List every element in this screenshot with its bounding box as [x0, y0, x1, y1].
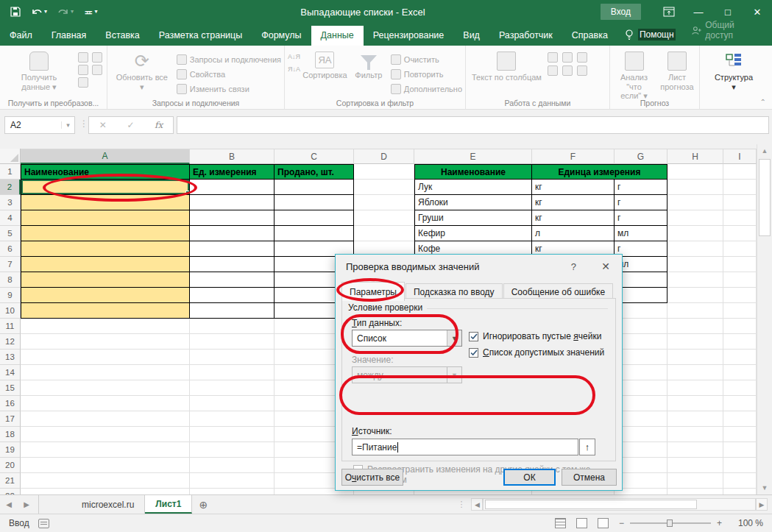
cell-B16[interactable]: [190, 396, 275, 411]
cell-A22[interactable]: [21, 489, 190, 494]
undo-caret-icon[interactable]: ▾: [44, 9, 47, 15]
cell-I14[interactable]: [723, 365, 757, 380]
horizontal-scroll-thumb[interactable]: [485, 500, 697, 509]
tab-help[interactable]: Справка: [562, 26, 617, 46]
cell-B11[interactable]: [190, 319, 275, 334]
cell-B9[interactable]: [190, 288, 275, 303]
save-icon[interactable]: [10, 7, 21, 17]
cell-I4[interactable]: [723, 210, 757, 226]
recent-sources-icon[interactable]: [92, 52, 102, 63]
cell-H9[interactable]: [667, 288, 723, 303]
cell-G2[interactable]: г: [615, 180, 667, 195]
scrollbar-resize-grip[interactable]: ⋮: [457, 495, 465, 514]
tab-home[interactable]: Главная: [42, 26, 96, 46]
sort-desc-icon[interactable]: Я↓А: [288, 66, 300, 73]
cell-B12[interactable]: [190, 334, 275, 350]
cell-B13[interactable]: [190, 350, 275, 365]
cell-A19[interactable]: [21, 442, 190, 458]
cell-F3[interactable]: кг: [532, 195, 615, 210]
cell-H5[interactable]: [667, 226, 723, 241]
scroll-down-icon[interactable]: ▼: [757, 481, 772, 494]
cell-G4[interactable]: г: [615, 210, 667, 226]
cell-I5[interactable]: [723, 226, 757, 241]
name-box[interactable]: A2 ▾: [4, 116, 75, 134]
cell-I10[interactable]: [723, 303, 757, 319]
what-if-button[interactable]: Анализ "что если" ▾: [613, 49, 655, 103]
horizontal-scrollbar[interactable]: ◀ ▶: [471, 498, 768, 511]
cell-I7[interactable]: [723, 257, 757, 272]
tab-page-layout[interactable]: Разметка страницы: [149, 26, 252, 46]
cell-I2[interactable]: [723, 180, 757, 195]
cell-A12[interactable]: [21, 334, 190, 350]
cell-B7[interactable]: [190, 257, 275, 272]
cell-A7[interactable]: [21, 257, 190, 272]
tab-review[interactable]: Рецензирование: [364, 26, 454, 46]
cell-H12[interactable]: [667, 334, 723, 350]
insert-function-icon[interactable]: fx: [155, 120, 163, 130]
from-table-icon[interactable]: [78, 77, 88, 88]
cell-E5[interactable]: Кефир: [414, 226, 532, 241]
page-break-view-icon[interactable]: [598, 518, 609, 528]
cell-H17[interactable]: [667, 411, 723, 427]
column-header-A[interactable]: A: [21, 149, 190, 164]
cell-A17[interactable]: [21, 411, 190, 427]
cell-F2[interactable]: кг: [532, 180, 615, 195]
cell-I1[interactable]: [723, 164, 757, 180]
cell-H4[interactable]: [667, 210, 723, 226]
from-text-icon[interactable]: [78, 52, 88, 63]
cell-G3[interactable]: г: [615, 195, 667, 210]
cell-B22[interactable]: [190, 489, 275, 494]
cell-I9[interactable]: [723, 288, 757, 303]
cell-B6[interactable]: [190, 241, 275, 257]
cell-B19[interactable]: [190, 442, 275, 458]
cell-I11[interactable]: [723, 319, 757, 334]
row-header-3[interactable]: 3: [0, 195, 21, 210]
cell-F1[interactable]: Единца измерения: [532, 164, 667, 180]
column-header-C[interactable]: C: [275, 149, 354, 164]
row-header-6[interactable]: 6: [0, 241, 21, 257]
row-header-5[interactable]: 5: [0, 226, 21, 241]
column-header-H[interactable]: H: [667, 149, 723, 164]
cell-C1[interactable]: Продано, шт.: [275, 164, 354, 180]
scroll-right-icon[interactable]: ▶: [756, 498, 768, 511]
sort-asc-icon[interactable]: А↓Я: [288, 54, 300, 60]
redo-icon[interactable]: ▾: [57, 7, 74, 17]
collapse-ribbon-icon[interactable]: ⌃: [760, 98, 766, 106]
row-header-4[interactable]: 4: [0, 210, 21, 226]
cell-B21[interactable]: [190, 473, 275, 489]
cell-A3[interactable]: [21, 195, 190, 210]
cell-C2[interactable]: [275, 180, 354, 195]
dialog-tab-settings[interactable]: Параметры: [341, 282, 405, 301]
tab-developer[interactable]: Разработчик: [489, 26, 562, 46]
cell-H13[interactable]: [667, 350, 723, 365]
row-header-19[interactable]: 19: [0, 442, 21, 458]
cell-I13[interactable]: [723, 350, 757, 365]
row-header-10[interactable]: 10: [0, 303, 21, 319]
cell-H10[interactable]: [667, 303, 723, 319]
in-cell-dropdown-checkbox[interactable]: Список допустимых значений: [469, 347, 604, 358]
cell-I16[interactable]: [723, 396, 757, 411]
horizontal-scroll-track[interactable]: [483, 498, 756, 511]
sheet-nav-right-icon[interactable]: ▶: [18, 495, 35, 514]
cell-B3[interactable]: [190, 195, 275, 210]
row-header-11[interactable]: 11: [0, 319, 21, 334]
existing-connections-icon[interactable]: [92, 65, 102, 75]
scroll-up-icon[interactable]: ▲: [757, 144, 772, 157]
zoom-slider-thumb[interactable]: [667, 519, 673, 527]
cell-H19[interactable]: [667, 442, 723, 458]
zoom-in-icon[interactable]: +: [717, 518, 722, 528]
cell-A9[interactable]: [21, 288, 190, 303]
ignore-blank-checkbox[interactable]: Игнорировать пустые ячейки: [469, 331, 601, 341]
row-header-2[interactable]: 2: [0, 180, 21, 195]
cell-D3[interactable]: [354, 195, 414, 210]
row-header-18[interactable]: 18: [0, 427, 21, 442]
zoom-out-icon[interactable]: −: [619, 518, 624, 528]
flash-fill-icon[interactable]: [548, 52, 558, 63]
tab-file[interactable]: Файл: [0, 26, 42, 46]
manage-data-model-icon[interactable]: [577, 65, 587, 76]
tab-formulas[interactable]: Формулы: [252, 26, 311, 46]
tab-data[interactable]: Данные: [311, 26, 364, 46]
row-header-21[interactable]: 21: [0, 473, 21, 489]
column-header-B[interactable]: B: [190, 149, 275, 164]
cell-H16[interactable]: [667, 396, 723, 411]
